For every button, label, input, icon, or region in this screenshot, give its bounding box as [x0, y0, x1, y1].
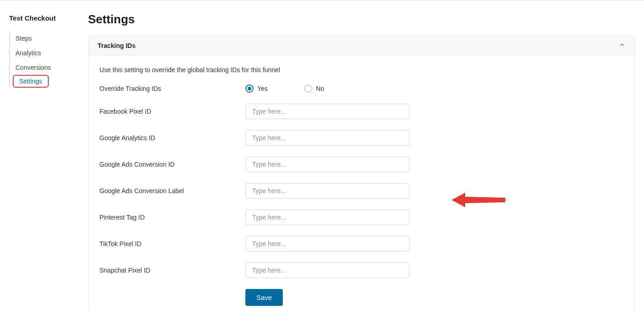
- sidebar-nav: Steps Analytics Conversions Settings: [9, 31, 88, 88]
- sidebar-title: Test Checkout: [9, 14, 88, 22]
- google-ads-conversion-label-input[interactable]: [245, 183, 410, 199]
- sidebar-item-settings[interactable]: Settings: [14, 76, 48, 87]
- google-ads-conversion-label-label: Google Ads Conversion Label: [99, 187, 245, 194]
- sidebar: Test Checkout Steps Analytics Conversion…: [0, 1, 88, 310]
- override-tracking-label: Override Tracking IDs: [99, 85, 245, 92]
- tiktok-pixel-label: TikTok Pixel ID: [99, 240, 245, 247]
- save-button[interactable]: Save: [245, 289, 283, 306]
- facebook-pixel-row: Facebook Pixel ID: [99, 104, 623, 119]
- sidebar-item-analytics[interactable]: Analytics: [9, 46, 88, 60]
- sidebar-item-conversions[interactable]: Conversions: [9, 60, 88, 75]
- pinterest-tag-row: Pinterest Tag ID: [99, 210, 623, 225]
- radio-no-label: No: [316, 85, 324, 92]
- page-container: Test Checkout Steps Analytics Conversion…: [0, 0, 644, 310]
- google-analytics-input[interactable]: [245, 130, 410, 146]
- snapchat-pixel-row: Snapchat Pixel ID: [99, 263, 623, 278]
- panel-header[interactable]: Tracking IDs: [88, 36, 634, 55]
- radio-no[interactable]: No: [304, 84, 324, 93]
- facebook-pixel-label: Facebook Pixel ID: [99, 108, 245, 115]
- tiktok-pixel-row: TikTok Pixel ID: [99, 236, 623, 252]
- tracking-ids-panel: Tracking IDs Use this setting to overrid…: [88, 36, 635, 310]
- highlight-annotation: Settings: [13, 75, 49, 88]
- button-row: Save: [245, 289, 623, 306]
- tiktok-pixel-input[interactable]: [245, 236, 410, 252]
- radio-yes-label: Yes: [257, 85, 268, 92]
- pinterest-tag-input[interactable]: [245, 210, 410, 225]
- google-analytics-row: Google Analytics ID: [99, 130, 623, 146]
- facebook-pixel-input[interactable]: [245, 104, 410, 119]
- help-text: Use this setting to override the global …: [99, 66, 623, 74]
- snapchat-pixel-input[interactable]: [245, 263, 410, 278]
- google-ads-conversion-id-label: Google Ads Conversion ID: [99, 161, 245, 168]
- radio-yes[interactable]: Yes: [245, 84, 268, 93]
- google-ads-conversion-id-row: Google Ads Conversion ID: [99, 157, 623, 172]
- page-title: Settings: [88, 12, 635, 26]
- override-tracking-row: Override Tracking IDs Yes No: [99, 84, 623, 93]
- snapchat-pixel-label: Snapchat Pixel ID: [99, 267, 245, 274]
- main-content: Settings Tracking IDs Use this setting t…: [88, 1, 644, 310]
- radio-icon: [304, 84, 312, 93]
- pinterest-tag-label: Pinterest Tag ID: [99, 214, 245, 221]
- override-radio-group: Yes No: [245, 84, 324, 93]
- panel-title: Tracking IDs: [98, 42, 135, 49]
- google-analytics-label: Google Analytics ID: [99, 134, 245, 142]
- google-ads-conversion-id-input[interactable]: [245, 157, 410, 172]
- panel-body: Use this setting to override the global …: [88, 55, 634, 310]
- radio-icon: [245, 84, 254, 93]
- chevron-up-icon: [619, 42, 625, 49]
- google-ads-conversion-label-row: Google Ads Conversion Label: [99, 183, 623, 199]
- sidebar-item-steps[interactable]: Steps: [9, 31, 88, 46]
